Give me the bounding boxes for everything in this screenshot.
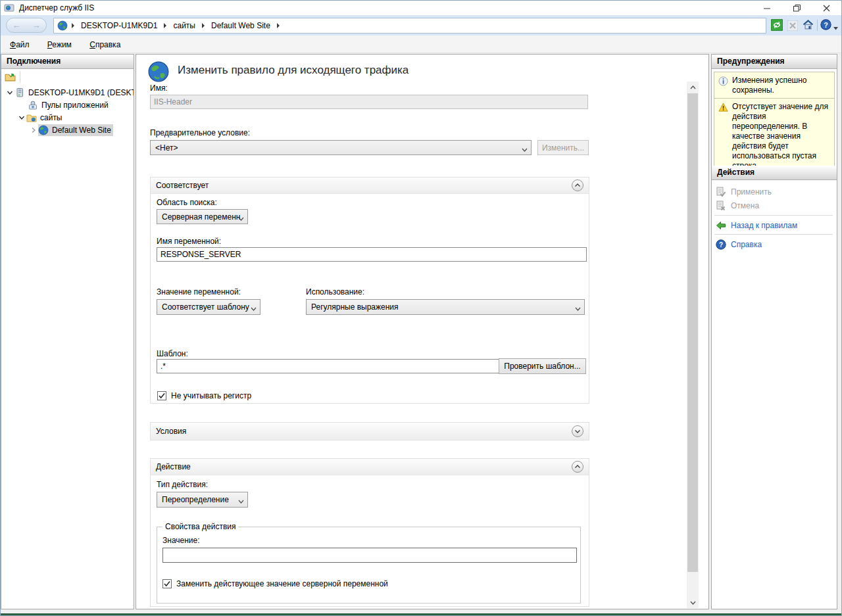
action-value-label: Значение: xyxy=(162,536,200,545)
chevron-down-icon xyxy=(238,497,244,506)
warning-icon xyxy=(718,103,728,112)
precondition-select[interactable]: <Нет> xyxy=(150,140,532,155)
back-to-rules-action[interactable]: Назад к правилам xyxy=(712,219,837,232)
change-precondition-button: Изменить... xyxy=(537,140,589,155)
tree-node-label: Default Web Site xyxy=(52,126,111,135)
back-arrow-icon xyxy=(716,220,726,231)
iis-app-icon xyxy=(4,3,14,13)
breadcrumb-separator-icon xyxy=(202,23,205,28)
pattern-label: Шаблон: xyxy=(157,349,188,358)
minimize-button[interactable] xyxy=(753,1,782,15)
edit-outbound-rule-page: Изменить правило для исходящего трафика … xyxy=(136,54,709,609)
iis-manager-window: Диспетчер служб IIS ← → DESKTOP-U1MK9D1 … xyxy=(0,0,842,616)
chevron-down-icon[interactable] xyxy=(17,114,26,121)
connections-tree: DESKTOP-U1MK9D1 (DESKTOI Пулы приложений… xyxy=(1,86,134,136)
ignore-case-checkbox[interactable] xyxy=(157,391,166,400)
chevron-down-icon xyxy=(238,214,244,224)
usage-select[interactable]: Регулярные выражения xyxy=(306,299,585,315)
help-icon[interactable]: ? xyxy=(820,19,831,30)
refresh-icon[interactable] xyxy=(771,19,783,31)
scope-label: Область поиска: xyxy=(157,198,217,207)
menu-view[interactable]: Режим xyxy=(47,40,72,49)
ignore-case-label[interactable]: Не учитывать регистр xyxy=(171,391,251,400)
match-section-header[interactable]: Соответствует xyxy=(151,178,589,194)
close-button[interactable] xyxy=(812,1,841,15)
pattern-field[interactable] xyxy=(157,359,499,373)
alert-info: Изменения успешно сохранены. xyxy=(714,72,835,99)
address-bar: ← → DESKTOP-U1MK9D1 сайты Default Web Si… xyxy=(1,15,841,36)
conditions-section: Условия xyxy=(150,422,589,440)
collapse-icon[interactable] xyxy=(572,179,583,191)
stop-icon xyxy=(787,20,798,31)
window-bottom-edge xyxy=(1,613,841,615)
menu-help[interactable]: Справка xyxy=(89,40,120,49)
action-type-label: Тип действия: xyxy=(157,480,208,489)
toolbar-divider xyxy=(817,20,818,31)
tree-node-default-web-site[interactable]: Default Web Site xyxy=(1,124,134,136)
variable-name-field[interactable] xyxy=(157,247,587,262)
selected-tree-node[interactable]: Default Web Site xyxy=(38,124,113,136)
home-icon[interactable] xyxy=(803,19,814,30)
vertical-scrollbar[interactable] xyxy=(687,82,699,608)
variable-name-label: Имя переменной: xyxy=(157,237,221,246)
site-globe-icon xyxy=(38,125,49,135)
apply-icon xyxy=(716,187,726,197)
scroll-up-icon[interactable] xyxy=(687,82,699,93)
tree-node-label: Пулы приложений xyxy=(41,101,109,110)
apply-action: Применить xyxy=(712,185,837,199)
action-value-field[interactable] xyxy=(162,548,577,563)
page-title: Изменить правило для исходящего трафика xyxy=(178,64,409,77)
tree-node-app-pools[interactable]: Пулы приложений xyxy=(1,99,134,111)
breadcrumb-item-sites[interactable]: сайты xyxy=(173,21,195,30)
alert-text: Отсутствует значение для действия переоп… xyxy=(732,102,831,171)
test-pattern-button[interactable]: Проверить шаблон... xyxy=(499,358,586,374)
tree-node-server[interactable]: DESKTOP-U1MK9D1 (DESKTOI xyxy=(1,86,134,99)
expand-icon[interactable] xyxy=(572,425,583,437)
title-bar: Диспетчер служб IIS xyxy=(1,1,841,15)
forward-icon[interactable]: → xyxy=(32,20,41,30)
chevron-down-icon xyxy=(251,304,257,314)
chevron-down-icon xyxy=(575,304,581,314)
save-connection-icon[interactable] xyxy=(5,71,16,82)
action-type-select[interactable]: Переопределение xyxy=(157,492,248,508)
breadcrumb-item-server[interactable]: DESKTOP-U1MK9D1 xyxy=(81,21,157,30)
breadcrumb-item-site[interactable]: Default Web Site xyxy=(211,21,270,30)
tree-node-sites[interactable]: сайты xyxy=(1,111,134,124)
menu-file[interactable]: Файл xyxy=(10,40,30,49)
alert-warning: Отсутствует значение для действия переоп… xyxy=(714,98,835,175)
variable-value-select[interactable]: Соответствует шаблону xyxy=(157,299,260,315)
svg-text:?: ? xyxy=(719,241,723,249)
server-icon xyxy=(14,87,26,98)
help-action[interactable]: ? Справка xyxy=(712,238,837,251)
chevron-down-icon[interactable] xyxy=(5,89,14,96)
replace-value-checkbox[interactable] xyxy=(162,579,172,588)
action-properties-group: Свойства действия Значение: Заменить дей… xyxy=(157,527,581,604)
conditions-section-header[interactable]: Условия xyxy=(151,423,589,440)
connections-toolbar xyxy=(1,69,134,85)
restore-button[interactable] xyxy=(782,1,812,15)
help-dropdown-caret-icon[interactable] xyxy=(833,23,838,32)
info-icon xyxy=(718,76,728,86)
scroll-down-icon[interactable] xyxy=(687,597,699,608)
conditions-section-title: Условия xyxy=(156,427,186,436)
breadcrumb-separator-icon xyxy=(164,23,166,28)
collapse-icon[interactable] xyxy=(572,461,583,473)
connections-header: Подключения xyxy=(1,55,134,69)
alerts-header: Предупреждения xyxy=(712,55,837,69)
scrollbar-thumb[interactable] xyxy=(687,93,698,572)
action-type-value: Переопределение xyxy=(162,495,229,504)
scope-select[interactable]: Серверная переменн xyxy=(157,209,248,224)
help-label[interactable]: Справка xyxy=(731,240,762,249)
cancel-icon xyxy=(716,201,726,211)
usage-value: Регулярные выражения xyxy=(311,302,399,312)
tree-node-label: DESKTOP-U1MK9D1 (DESKTOI xyxy=(28,88,134,97)
chevron-down-icon xyxy=(522,145,528,154)
chevron-right-icon[interactable] xyxy=(29,127,38,133)
back-to-rules-label[interactable]: Назад к правилам xyxy=(731,221,797,230)
back-icon[interactable]: ← xyxy=(12,20,21,30)
match-section: Соответствует Область поиска: Серверная … xyxy=(150,177,589,404)
sites-folder-icon xyxy=(26,112,37,123)
replace-value-label[interactable]: Заменить действующее значение серверной … xyxy=(176,579,388,588)
apply-label: Применить xyxy=(731,187,772,197)
action-section-header[interactable]: Действие xyxy=(151,459,589,475)
